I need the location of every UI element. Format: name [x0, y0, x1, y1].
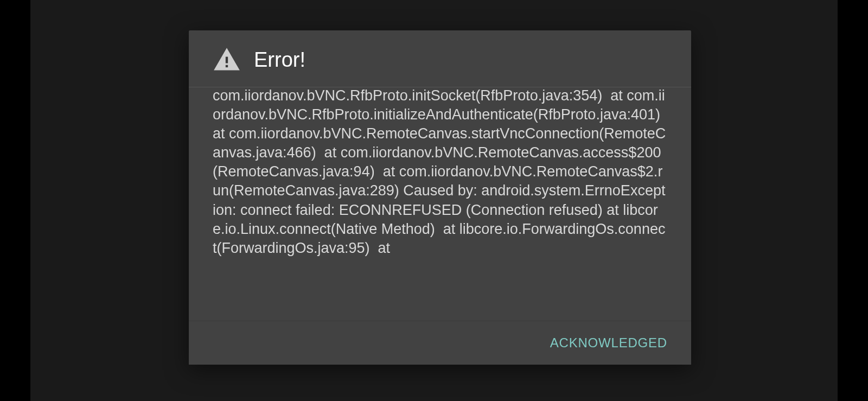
warning-icon — [213, 46, 241, 74]
dialog-footer: ACKNOWLEDGED — [189, 321, 691, 365]
dialog-title: Error! — [254, 48, 305, 72]
dialog-body[interactable]: com.iiordanov.bVNC.RfbProto.initSocket(R… — [189, 86, 691, 321]
dialog-header: Error! — [189, 30, 691, 87]
svg-rect-1 — [226, 65, 228, 67]
acknowledged-button[interactable]: ACKNOWLEDGED — [550, 333, 667, 353]
error-dialog: Error! com.iiordanov.bVNC.RfbProto.initS… — [189, 30, 691, 365]
error-stacktrace: com.iiordanov.bVNC.RfbProto.initSocket(R… — [213, 86, 667, 258]
svg-rect-0 — [226, 57, 228, 63]
